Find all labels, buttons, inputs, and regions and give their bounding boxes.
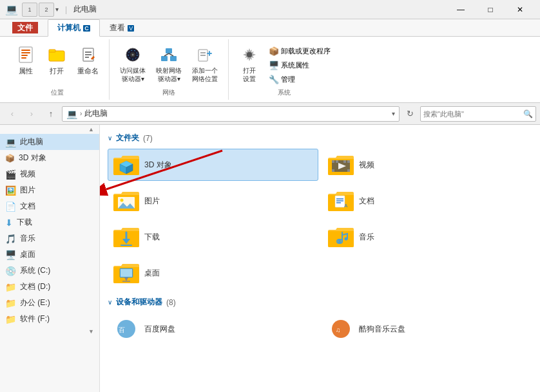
- btn-properties[interactable]: 属性: [12, 42, 40, 79]
- thispc-icon: 💻: [5, 137, 16, 147]
- btn-add-network[interactable]: 添加一个网络位置: [188, 42, 222, 86]
- tab-computer[interactable]: 计算机 C: [48, 19, 100, 37]
- folders-section-header: ∨ 文件夹 (7): [108, 133, 532, 144]
- sidebar-scroll-down[interactable]: ▼: [88, 328, 94, 335]
- btn-rename-label: 重命名: [77, 66, 99, 76]
- folder-item-music[interactable]: 音乐: [322, 221, 533, 253]
- path-icon: 💻: [66, 109, 77, 119]
- ribbon-content: 属性 打开: [0, 36, 540, 102]
- sidebar-item-drive-f[interactable]: 📁 软件 (F:): [0, 311, 99, 327]
- sidebar-item-video[interactable]: 🎬 视频: [0, 166, 99, 182]
- music-icon: 🎵: [5, 234, 16, 244]
- btn-uninstall-label: 卸载或更改程序: [281, 46, 331, 56]
- svg-rect-2: [21, 52, 30, 53]
- settings-icon: [239, 44, 260, 65]
- folder-pictures-name: 图片: [144, 196, 160, 207]
- tab-view[interactable]: 查看 V: [100, 19, 144, 36]
- svg-rect-39: [335, 196, 345, 207]
- btn-open[interactable]: 打开: [43, 42, 71, 79]
- sidebar-item-pictures[interactable]: 🖼️ 图片: [0, 182, 99, 198]
- sidebar-item-drive-c[interactable]: 💿 系统 (C:): [0, 263, 99, 279]
- tab-view-label: 查看: [110, 23, 125, 32]
- tab-view-v-badge: V: [128, 25, 134, 32]
- svg-rect-6: [49, 50, 55, 52]
- svg-rect-17: [166, 48, 172, 53]
- qa-label-2: 2: [44, 6, 48, 13]
- uninstall-icon: 📦: [269, 46, 279, 56]
- btn-system-props[interactable]: 🖥️ 系统属性: [266, 59, 333, 71]
- sidebar-scroll-up[interactable]: ▲: [88, 126, 94, 133]
- folder-pictures-icon: [113, 189, 139, 212]
- title-bar-left: 💻 1 2 ▾ | 此电脑: [5, 3, 97, 17]
- up-button[interactable]: ↑: [43, 106, 59, 122]
- folder-item-video[interactable]: 视频: [322, 149, 533, 181]
- folders-section-title: 文件夹: [116, 133, 139, 144]
- qa-btn-1[interactable]: 1: [22, 3, 37, 17]
- folder-item-downloads[interactable]: 下载: [108, 221, 318, 253]
- btn-manage[interactable]: 🔧 管理: [266, 73, 333, 86]
- sidebar-item-3dobjects[interactable]: 📦 3D 对象: [0, 150, 99, 166]
- content-area: ∨ 文件夹 (7): [100, 125, 540, 392]
- qa-btn-2[interactable]: 2: [39, 3, 54, 17]
- folder-item-desktop[interactable]: 桌面: [108, 257, 318, 289]
- address-input[interactable]: 💻 › 此电脑 ▾: [62, 106, 400, 122]
- svg-point-55: [332, 320, 350, 338]
- refresh-button[interactable]: ↻: [402, 106, 418, 122]
- folder-item-pictures[interactable]: 图片: [108, 185, 318, 217]
- devices-chevron[interactable]: ∨: [108, 299, 112, 306]
- btn-rename[interactable]: 重命名: [73, 42, 102, 79]
- btn-properties-label: 属性: [19, 66, 33, 76]
- sidebar-item-drive-d[interactable]: 📁 文档 (D:): [0, 279, 99, 295]
- close-button[interactable]: ✕: [505, 0, 535, 19]
- btn-map-network-label: 映射网络驱动器▾: [156, 66, 182, 83]
- search-input[interactable]: [423, 110, 523, 118]
- address-dropdown-icon[interactable]: ▾: [392, 110, 395, 117]
- devices-section-count: (8): [166, 298, 176, 307]
- svg-rect-30: [336, 160, 338, 163]
- rename-icon: [78, 44, 99, 65]
- btn-media-drive[interactable]: 访问媒体驱动器▾: [116, 42, 149, 86]
- svg-point-24: [247, 52, 252, 57]
- pictures-icon: 🖼️: [5, 185, 16, 196]
- path-chevron: ›: [80, 110, 82, 117]
- forward-button[interactable]: ›: [23, 106, 40, 122]
- device-item-baidu[interactable]: 百 百度网盘: [108, 313, 318, 345]
- folder-desktop-name: 桌面: [144, 268, 160, 279]
- folder-music-icon: [328, 225, 354, 248]
- maximize-button[interactable]: □: [476, 0, 505, 19]
- folder-desktop-icon: [113, 261, 139, 285]
- tab-file[interactable]: 文件: [3, 19, 48, 36]
- desktop-icon: 🖥️: [5, 250, 16, 260]
- sidebar-item-desktop-label: 桌面: [20, 249, 35, 260]
- sidebar-item-thispc-label: 此电脑: [20, 136, 43, 147]
- folder-item-3dobjects[interactable]: 3D 对象: [108, 149, 318, 181]
- btn-open-settings[interactable]: 打开设置: [235, 42, 264, 86]
- folder-downloads-icon: [113, 225, 139, 248]
- documents-icon: 📄: [5, 201, 16, 212]
- back-button[interactable]: ‹: [4, 106, 21, 122]
- minimize-button[interactable]: —: [446, 0, 476, 19]
- sidebar-item-thispc[interactable]: 💻 此电脑: [0, 134, 99, 150]
- folders-section-count: (7): [143, 134, 153, 143]
- folder-3dobjects-name: 3D 对象: [144, 160, 172, 171]
- sidebar-item-desktop[interactable]: 🖥️ 桌面: [0, 247, 99, 263]
- folders-chevron[interactable]: ∨: [108, 135, 112, 142]
- btn-uninstall[interactable]: 📦 卸载或更改程序: [266, 44, 333, 57]
- sidebar-item-documents[interactable]: 📄 文档: [0, 198, 99, 214]
- svg-rect-4: [21, 57, 26, 59]
- search-icon[interactable]: 🔍: [523, 109, 533, 118]
- sidebar-item-music[interactable]: 🎵 音乐: [0, 230, 99, 247]
- window-title: 此电脑: [73, 4, 97, 15]
- map-network-icon: [159, 44, 179, 65]
- sidebar-item-drive-e[interactable]: 📁 办公 (E:): [0, 295, 99, 311]
- open-icon: [46, 44, 67, 65]
- btn-map-network[interactable]: 映射网络驱动器▾: [152, 42, 186, 86]
- sidebar-item-drive-d-label: 文档 (D:): [20, 281, 50, 292]
- folder-item-documents[interactable]: A 文档: [322, 185, 533, 217]
- device-item-music-drive[interactable]: ♫ 酷狗音乐云盘: [322, 313, 533, 345]
- qa-dropdown-icon[interactable]: ▾: [55, 6, 59, 13]
- folder-video-name: 视频: [359, 160, 374, 171]
- sidebar-item-downloads[interactable]: ⬇ 下载: [0, 214, 99, 230]
- svg-rect-32: [347, 160, 350, 163]
- ribbon-group-location-label: 位置: [51, 88, 64, 97]
